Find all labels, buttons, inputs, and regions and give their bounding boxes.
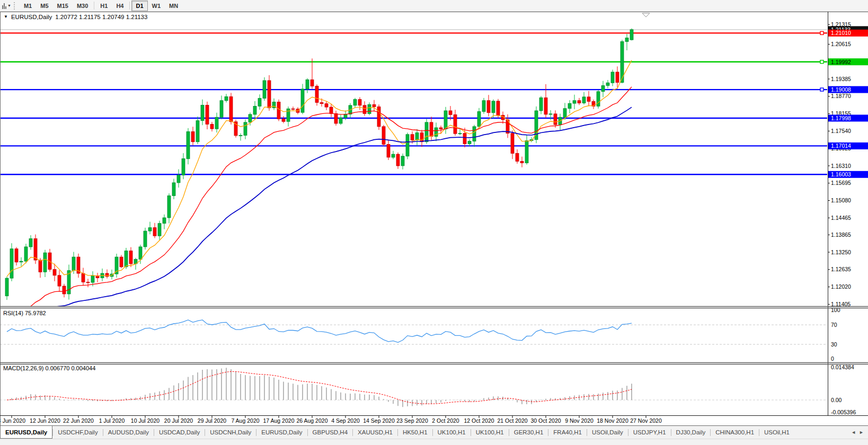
date-axis-label: 26 Aug 2020 (297, 417, 328, 424)
timeframe-button-mn[interactable]: MN (165, 1, 182, 11)
candle (573, 101, 576, 103)
candle (477, 112, 481, 127)
candle (568, 103, 571, 109)
candle (163, 218, 166, 224)
date-axis-label: 21 Oct 2020 (497, 417, 527, 424)
candle (430, 122, 433, 137)
candle (191, 132, 194, 142)
timeframe-button-w1[interactable]: W1 (148, 1, 165, 11)
timeframe-button-m1[interactable]: M1 (20, 1, 36, 11)
chevron-down-icon: ▼ (7, 4, 11, 7)
timeframe-button-m30[interactable]: M30 (73, 1, 92, 11)
date-axis-label: 20 Jul 2020 (164, 417, 193, 424)
candle (473, 127, 476, 141)
candle (196, 121, 199, 142)
candle (291, 109, 295, 109)
symbol-tab[interactable]: XAUUSD,H1 (353, 426, 397, 439)
candle (215, 117, 218, 129)
candle (382, 127, 385, 145)
symbol-tab[interactable]: AUDUSD,Daily (103, 426, 154, 439)
candle (167, 195, 171, 218)
line-drag-handle[interactable] (820, 88, 823, 91)
svg-text:1.16003: 1.16003 (831, 171, 851, 177)
candle (311, 79, 314, 86)
candle (39, 260, 42, 272)
date-axis-label: 18 Nov 2020 (597, 417, 628, 424)
date-axis-label: 9 Nov 2020 (565, 417, 594, 424)
symbol-tab[interactable]: USDCNH,Daily (205, 426, 256, 439)
candle (139, 247, 142, 260)
price-axis-tick-label: 1.15080 (831, 197, 851, 203)
date-axis-label: 29 Jul 2020 (198, 417, 226, 424)
symbol-tab[interactable]: HK50,H1 (398, 426, 432, 439)
price-axis-tick-label: 1.17540 (831, 128, 851, 134)
symbol-tab[interactable]: USOil,H1 (759, 426, 794, 439)
price-axis-tick-label: 1.13250 (831, 249, 851, 255)
symbol-tab[interactable]: USDCAD,Daily (154, 426, 205, 439)
symbol-tab[interactable]: UK100,H1 (471, 426, 509, 439)
timeframe-button-d1[interactable]: D1 (131, 1, 147, 11)
timeframe-button-m15[interactable]: M15 (53, 1, 73, 11)
candle (449, 111, 452, 115)
scroll-left-icon[interactable]: ◄ (851, 430, 856, 435)
symbol-tab[interactable]: USDJPY,H1 (628, 426, 671, 439)
candle (587, 97, 590, 102)
candle (120, 257, 123, 267)
candle (253, 106, 256, 115)
candle (482, 101, 485, 112)
symbol-tab[interactable]: FRA40,H1 (548, 426, 587, 439)
candle (368, 104, 371, 113)
candle (363, 105, 366, 114)
candle (601, 86, 605, 92)
candle (86, 282, 90, 283)
price-badge-support-blue-3: 1.17014 (828, 143, 868, 149)
symbol-tab[interactable]: EURUSD,Daily (0, 426, 52, 439)
date-axis-label: 17 Aug 2020 (263, 417, 295, 424)
symbol-tab[interactable]: UK100,H1 (433, 426, 471, 439)
symbol-tab[interactable]: USDCHF,Daily (53, 426, 102, 439)
timeframe-button-h4[interactable]: H4 (112, 1, 128, 11)
svg-text:1.17998: 1.17998 (831, 115, 851, 121)
tab-scroll-arrows: ◄ ► (847, 426, 868, 439)
candle (210, 124, 214, 129)
symbol-tab[interactable]: CHINA300,H1 (711, 426, 759, 439)
timeframe-button-h1[interactable]: H1 (96, 1, 112, 11)
candle (244, 122, 247, 136)
candle (125, 251, 128, 266)
date-axis-label: 10 Jul 2020 (131, 417, 160, 424)
macd-axis-label: 0.014384 (831, 364, 854, 370)
symbol-tab[interactable]: GER30,H1 (509, 426, 548, 439)
candle (58, 275, 61, 286)
candle (144, 231, 147, 247)
symbol-tab[interactable]: GBPUSD,H4 (308, 426, 352, 439)
date-axis-label: 23 Sep 2020 (396, 417, 428, 424)
candle (72, 257, 75, 271)
candle (468, 141, 471, 144)
macd-axis-label: 0.00 (831, 397, 842, 403)
chart-canvas[interactable]: 1.213151.206151.193851.187701.181551.175… (0, 0, 868, 425)
symbol-tab[interactable]: DJ30,Daily (671, 426, 711, 439)
candle (616, 72, 619, 83)
date-axis-label: 14 Sep 2020 (363, 417, 395, 424)
chart-type-icon[interactable]: ▼ (2, 3, 11, 9)
symbol-tab[interactable]: EURUSD,Daily (256, 426, 307, 439)
symbol-tab[interactable]: USOil,Daily (587, 426, 628, 439)
candle (520, 161, 524, 163)
price-badge-resistance-red: 1.21010 (828, 30, 868, 37)
candle (492, 101, 495, 113)
candle (43, 253, 47, 272)
line-drag-handle[interactable] (820, 31, 823, 34)
candle (325, 104, 328, 107)
collapse-triangle-icon[interactable]: ▼ (4, 14, 8, 19)
candle (82, 273, 85, 282)
scroll-right-icon[interactable]: ► (859, 430, 864, 435)
chart-background (0, 0, 868, 425)
timeframe-button-m5[interactable]: M5 (36, 1, 52, 11)
candle (330, 107, 333, 113)
macd-values: 0.006770 0.004044 (45, 365, 95, 371)
price-axis-tick-label: 1.18770 (831, 93, 851, 99)
candle (282, 119, 285, 122)
toolbar-grip[interactable] (14, 2, 17, 10)
candle (206, 105, 209, 124)
line-drag-handle[interactable] (820, 60, 823, 64)
